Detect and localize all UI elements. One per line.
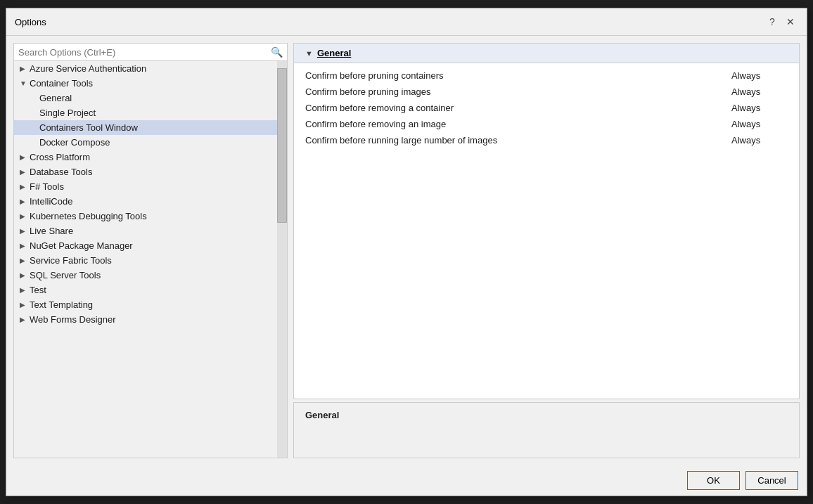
tree-arrow-cross-platform: ▶ [20, 153, 30, 161]
tree-arrow-container-tools: ▼ [20, 79, 30, 87]
tree-label-cross-platform: Cross Platform [30, 152, 90, 162]
tree-item-text-templating[interactable]: ▶Text Templating [14, 297, 287, 312]
tree-item-general[interactable]: General [14, 91, 287, 105]
tree-label-docker-compose: Docker Compose [39, 137, 110, 148]
tree-item-web-forms-designer[interactable]: ▶Web Forms Designer [14, 312, 287, 327]
tree-item-intellicode[interactable]: ▶IntelliCode [14, 194, 287, 209]
option-row: Confirm before removing an imageAlways [305, 116, 788, 132]
tree-label-kubernetes-debugging: Kubernetes Debugging Tools [30, 211, 147, 221]
option-label: Confirm before removing an image [305, 119, 731, 129]
option-row: Confirm before pruning containersAlways [305, 67, 788, 84]
tree-arrow-web-forms-designer: ▶ [20, 316, 30, 323]
tree-label-single-project: Single Project [39, 108, 96, 118]
option-label: Confirm before running large number of i… [305, 135, 731, 146]
tree-label-service-fabric-tools: Service Fabric Tools [30, 255, 112, 266]
tree-item-azure-service-auth[interactable]: ▶Azure Service Authentication [14, 61, 287, 76]
info-text: General [305, 410, 339, 420]
dialog-footer: OK Cancel [6, 465, 807, 496]
tree-item-cross-platform[interactable]: ▶Cross Platform [14, 150, 287, 164]
tree-arrow-sql-server-tools: ▶ [20, 271, 30, 279]
tree-item-sql-server-tools[interactable]: ▶SQL Server Tools [14, 268, 287, 283]
section-collapse-arrow: ▼ [305, 49, 313, 58]
tree-item-docker-compose[interactable]: Docker Compose [14, 135, 287, 150]
tree-arrow-azure-service-auth: ▶ [20, 65, 30, 72]
tree-arrow-fsharp-tools: ▶ [20, 183, 30, 190]
tree-label-general: General [39, 93, 72, 103]
tree-arrow-nuget-package-manager: ▶ [20, 242, 30, 250]
scrollbar-thumb[interactable] [277, 68, 287, 223]
tree-label-live-share: Live Share [30, 226, 73, 236]
options-table: Confirm before pruning containersAlwaysC… [294, 63, 799, 153]
left-panel: 🔍 ▶Azure Service Authentication▼Containe… [13, 43, 288, 458]
tree-area[interactable]: ▶Azure Service Authentication▼Container … [14, 61, 287, 458]
tree-arrow-test: ▶ [20, 286, 30, 294]
option-value[interactable]: Always [731, 70, 788, 81]
tree-label-text-templating: Text Templating [30, 299, 93, 310]
option-value[interactable]: Always [731, 86, 788, 97]
dialog-title: Options [15, 17, 46, 27]
tree-arrow-intellicode: ▶ [20, 198, 30, 205]
tree-label-test: Test [30, 285, 46, 295]
option-label: Confirm before pruning images [305, 86, 731, 97]
options-dialog: Options ? ✕ 🔍 ▶Azure Service Authenticat… [6, 8, 807, 496]
close-button[interactable]: ✕ [783, 14, 798, 30]
option-row: Confirm before running large number of i… [305, 132, 788, 148]
tree-label-intellicode: IntelliCode [30, 196, 72, 207]
tree-arrow-live-share: ▶ [20, 227, 30, 235]
option-label: Confirm before removing a container [305, 103, 731, 113]
tree-arrow-service-fabric-tools: ▶ [20, 257, 30, 264]
tree-item-kubernetes-debugging[interactable]: ▶Kubernetes Debugging Tools [14, 209, 287, 224]
dialog-body: 🔍 ▶Azure Service Authentication▼Containe… [6, 36, 807, 465]
search-icon: 🔍 [271, 46, 283, 58]
cancel-button[interactable]: Cancel [745, 471, 798, 490]
tree-item-test[interactable]: ▶Test [14, 283, 287, 297]
right-panel: ▼ General Confirm before pruning contain… [293, 43, 800, 458]
tree-item-fsharp-tools[interactable]: ▶F# Tools [14, 179, 287, 194]
tree-label-fsharp-tools: F# Tools [30, 181, 64, 192]
tree-label-sql-server-tools: SQL Server Tools [30, 270, 101, 280]
option-row: Confirm before pruning imagesAlways [305, 84, 788, 100]
tree-label-database-tools: Database Tools [30, 167, 92, 177]
section-header[interactable]: ▼ General [294, 44, 799, 63]
tree-item-single-project[interactable]: Single Project [14, 105, 287, 120]
title-bar-left: Options [15, 17, 46, 27]
tree-item-nuget-package-manager[interactable]: ▶NuGet Package Manager [14, 238, 287, 253]
content-area: ▼ General Confirm before pruning contain… [293, 43, 800, 399]
option-label: Confirm before pruning containers [305, 70, 731, 81]
option-value[interactable]: Always [731, 119, 788, 129]
title-bar: Options ? ✕ [6, 8, 807, 36]
option-value[interactable]: Always [731, 135, 788, 146]
search-box[interactable]: 🔍 [14, 44, 287, 61]
title-bar-right: ? ✕ [764, 14, 798, 30]
option-row: Confirm before removing a containerAlway… [305, 100, 788, 116]
tree-arrow-kubernetes-debugging: ▶ [20, 212, 30, 220]
tree-label-nuget-package-manager: NuGet Package Manager [30, 240, 133, 251]
scrollbar-track[interactable] [277, 61, 287, 458]
help-button[interactable]: ? [764, 14, 780, 30]
tree-label-azure-service-auth: Azure Service Authentication [30, 63, 146, 74]
tree-arrow-database-tools: ▶ [20, 168, 30, 176]
search-input[interactable] [18, 47, 271, 58]
tree-item-live-share[interactable]: ▶Live Share [14, 224, 287, 238]
section-header-text: General [317, 48, 351, 58]
option-value[interactable]: Always [731, 103, 788, 113]
tree-item-containers-tool-window[interactable]: Containers Tool Window [14, 120, 287, 135]
info-area: General [293, 402, 800, 458]
tree-item-container-tools[interactable]: ▼Container Tools [14, 76, 287, 91]
tree-label-web-forms-designer: Web Forms Designer [30, 314, 116, 325]
ok-button[interactable]: OK [687, 471, 740, 490]
tree-label-container-tools: Container Tools [30, 78, 93, 89]
tree-arrow-text-templating: ▶ [20, 301, 30, 309]
tree-item-service-fabric-tools[interactable]: ▶Service Fabric Tools [14, 253, 287, 268]
tree-label-containers-tool-window: Containers Tool Window [39, 122, 138, 133]
tree-item-database-tools[interactable]: ▶Database Tools [14, 164, 287, 179]
